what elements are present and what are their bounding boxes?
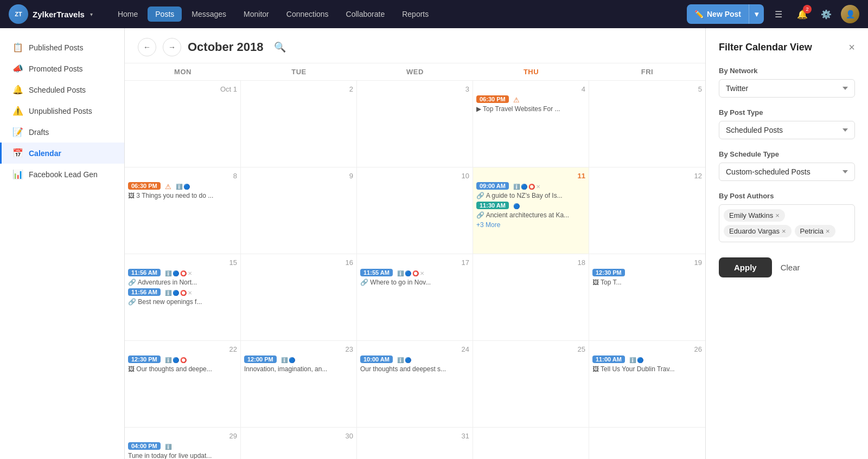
post-text-1-0-0: 🖼 3 Things you need to do ... xyxy=(128,192,237,199)
nav-link-monitor[interactable]: Monitor xyxy=(236,7,277,22)
post-item-1-0-0: 06:30 PM⚠ℹ️🔵🖼 3 Things you need to do ..… xyxy=(128,182,237,199)
sidebar-item-calendar[interactable]: 📅 Calendar xyxy=(0,143,124,164)
calendar-cell-4-2: 31 xyxy=(357,428,473,459)
time-badge-3-2-0: 10:00 AM xyxy=(360,355,393,363)
author-remove-button[interactable]: × xyxy=(826,227,830,235)
sidebar-item-scheduled-posts[interactable]: 🔔 Scheduled Posts xyxy=(0,79,124,100)
sidebar-item-facebook-lead-gen[interactable]: 📊 Facebook Lead Gen xyxy=(0,164,124,185)
post-item-0-3-0: 06:30 PM⚠▶ Top Travel Websites For ... xyxy=(476,95,585,113)
calendar-cell-1-4: 12 xyxy=(589,167,705,254)
time-badge-2-4-0: 12:30 PM xyxy=(592,269,625,276)
sidebar-item-promoted-posts[interactable]: 📣 Promoted Posts xyxy=(0,58,124,79)
post-item-2-4-0: 12:30 PM🖼 Top T... xyxy=(592,269,702,286)
cal-date-0-2: 3 xyxy=(360,85,469,93)
sidebar-item-published-posts[interactable]: 📋 Published Posts xyxy=(0,37,124,58)
cal-date-2-4: 19 xyxy=(592,258,702,267)
by-schedule-type-label: By Schedule Type xyxy=(719,150,855,158)
brand[interactable]: ZT ZylkerTravels ▾ xyxy=(9,4,93,24)
calendar-cell-1-2: 10 xyxy=(357,167,473,254)
next-month-button[interactable]: → xyxy=(163,38,181,56)
nav-link-messages[interactable]: Messages xyxy=(184,7,234,22)
post-icon: ℹ️ xyxy=(165,290,171,296)
time-badge-2-0-1: 11:56 AM xyxy=(128,288,161,296)
calendar-row-1: 806:30 PM⚠ℹ️🔵🖼 3 Things you need to do .… xyxy=(125,167,705,254)
post-icon: 🔵 xyxy=(173,357,179,363)
calendar-row-2: 1511:56 AMℹ️🔵⭕✕🔗 Adventures in Nort...11… xyxy=(125,254,705,341)
post-text-0-3-0: ▶ Top Travel Websites For ... xyxy=(476,105,585,113)
post-icons-2-0-1: ℹ️🔵⭕✕ xyxy=(165,290,192,296)
promoted-posts-icon: 📣 xyxy=(12,63,23,74)
cal-date-4-1: 30 xyxy=(244,432,353,440)
post-icons-3-0-0: ℹ️🔵⭕ xyxy=(165,357,187,363)
new-post-label: New Post xyxy=(707,10,741,18)
settings-button[interactable]: ⚙️ xyxy=(817,5,835,23)
apply-button[interactable]: Apply xyxy=(719,257,772,277)
calendar-cell-4-4 xyxy=(589,428,705,459)
sidebar: 📋 Published Posts📣 Promoted Posts🔔 Sched… xyxy=(0,28,125,459)
day-label-wed: WED xyxy=(357,63,473,80)
post-text-3-0-0: 🖼 Our thoughts and deepe... xyxy=(128,365,237,373)
nav-link-posts[interactable]: Posts xyxy=(148,7,182,22)
calendar-search-icon[interactable]: 🔍 xyxy=(274,41,286,53)
post-icon: ✕ xyxy=(188,290,192,296)
cal-date-3-2: 24 xyxy=(360,345,469,353)
time-badge-1-0-0: 06:30 PM xyxy=(128,182,161,190)
new-post-main[interactable]: ✏️ New Post xyxy=(687,5,749,23)
cal-date-3-3: 25 xyxy=(476,345,585,353)
top-nav: ZT ZylkerTravels ▾ HomePostsMessagesMoni… xyxy=(0,0,868,28)
cal-date-1-4: 12 xyxy=(592,172,702,180)
post-icons-4-0-0: ℹ️ xyxy=(165,444,171,450)
post-icon: ⭕ xyxy=(412,270,419,276)
nav-link-home[interactable]: Home xyxy=(110,7,145,22)
calendar-cell-0-3: 406:30 PM⚠▶ Top Travel Websites For ... xyxy=(473,81,589,167)
calendar-cell-0-4: 5 xyxy=(589,81,705,167)
new-post-button[interactable]: ✏️ New Post ▾ xyxy=(687,4,764,24)
post-item-3-4-0: 11:00 AMℹ️🔵🖼 Tell Us Your Dublin Trav... xyxy=(592,355,702,373)
time-badge-2-2-0: 11:55 AM xyxy=(360,269,393,276)
post-icons-3-1-0: ℹ️🔵 xyxy=(281,357,295,363)
calendar-cell-3-2: 2410:00 AMℹ️🔵Our thoughts and deepest s.… xyxy=(357,341,473,427)
new-post-dropdown-icon[interactable]: ▾ xyxy=(749,5,764,23)
post-icon: ⭕ xyxy=(180,270,187,276)
filter-by-network: By Network TwitterFacebookInstagramLinke… xyxy=(719,67,855,98)
calendar-cell-3-4: 2611:00 AMℹ️🔵🖼 Tell Us Your Dublin Trav.… xyxy=(589,341,705,427)
cal-date-1-1: 9 xyxy=(244,172,353,180)
nav-link-connections[interactable]: Connections xyxy=(279,7,336,22)
filter-close-button[interactable]: × xyxy=(848,41,855,54)
calendar-label: Calendar xyxy=(29,149,61,158)
post-item-2-0-0: 11:56 AMℹ️🔵⭕✕🔗 Adventures in Nort... xyxy=(128,269,237,286)
sidebar-item-drafts[interactable]: 📝 Drafts xyxy=(0,121,124,143)
sidebar-item-unpublished-posts[interactable]: ⚠️ Unpublished Posts xyxy=(0,100,124,121)
nav-link-reports[interactable]: Reports xyxy=(394,7,436,22)
post-icon: ⭕ xyxy=(180,290,187,296)
filter-by-post-type: By Post Type Scheduled PostsPublished Po… xyxy=(719,108,855,139)
network-select[interactable]: TwitterFacebookInstagramLinkedIn xyxy=(719,79,855,98)
author-remove-button[interactable]: × xyxy=(782,227,786,235)
post-type-select[interactable]: Scheduled PostsPublished PostsPromoted P… xyxy=(719,121,855,139)
calendar-cell-2-0: 1511:56 AMℹ️🔵⭕✕🔗 Adventures in Nort...11… xyxy=(125,254,241,340)
menu-button[interactable]: ☰ xyxy=(769,5,788,23)
avatar[interactable]: 👤 xyxy=(841,5,859,23)
cal-date-3-0: 22 xyxy=(128,345,237,353)
schedule-type-select[interactable]: Custom-scheduled PostsTime-interval Post… xyxy=(719,163,855,181)
post-icon: ℹ️ xyxy=(397,270,404,276)
time-badge-1-3-0: 09:00 AM xyxy=(476,182,509,190)
by-network-label: By Network xyxy=(719,67,855,75)
author-remove-button[interactable]: × xyxy=(775,211,780,219)
author-tag-emily-watkins: Emily Watkins × xyxy=(724,209,785,222)
clear-button[interactable]: Clear xyxy=(781,263,800,272)
cal-date-1-0: 8 xyxy=(128,172,237,180)
calendar-area: ← → October 2018 🔍 MONTUEWEDTHUFRI Oct 1… xyxy=(125,28,705,459)
calendar-cell-2-4: 1912:30 PM🖼 Top T... xyxy=(589,254,705,340)
post-icons-3-2-0: ℹ️🔵 xyxy=(397,357,411,363)
calendar-cell-3-1: 2312:00 PMℹ️🔵Innovation, imagination, an… xyxy=(241,341,357,427)
author-tag-eduardo-vargas: Eduardo Vargas × xyxy=(724,225,792,237)
more-link-1-3[interactable]: +3 More xyxy=(476,221,585,229)
nav-link-collaborate[interactable]: Collaborate xyxy=(339,7,393,22)
notifications-button[interactable]: 🔔 2 xyxy=(793,5,812,23)
prev-month-button[interactable]: ← xyxy=(138,38,156,56)
post-text-2-0-1: 🔗 Best new openings f... xyxy=(128,298,237,306)
calendar-cell-1-1: 9 xyxy=(241,167,357,254)
post-text-1-3-1: 🔗 Ancient architectures at Ka... xyxy=(476,211,585,219)
cal-date-3-1: 23 xyxy=(244,345,353,353)
